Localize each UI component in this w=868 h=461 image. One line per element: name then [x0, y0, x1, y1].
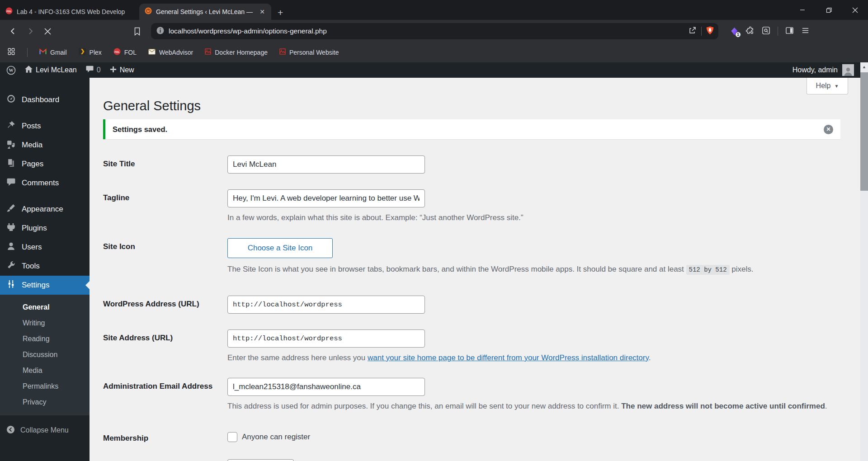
broken-favicon — [279, 48, 286, 56]
adminbar-new[interactable]: New — [110, 66, 134, 75]
submenu-general[interactable]: General — [0, 299, 90, 315]
sidebar-item-settings[interactable]: Settings — [0, 276, 90, 295]
bookmark-docker-homepage[interactable]: Docker Homepage — [205, 48, 268, 56]
sidebar-item-pages[interactable]: Pages — [0, 155, 90, 174]
submenu-permalinks[interactable]: Permalinks — [0, 378, 90, 394]
page-title: General Settings — [103, 98, 860, 114]
bookmark-plex[interactable]: Plex — [79, 48, 102, 57]
window-restore-button[interactable] — [816, 0, 842, 20]
comment-bubble-icon — [86, 66, 94, 75]
webadvisor-icon — [148, 48, 156, 56]
address-bar[interactable]: localhost/wordpress/wp-admin/options-gen… — [151, 23, 718, 39]
user-icon — [6, 241, 16, 253]
wallet-icon[interactable]: 1 — [730, 27, 739, 36]
new-tab-button[interactable]: + — [278, 8, 283, 17]
submenu-privacy[interactable]: Privacy — [0, 394, 90, 410]
tagline-input[interactable] — [227, 189, 425, 207]
help-button[interactable]: Help ▼ — [807, 78, 848, 94]
wp-sidebar-menu: Dashboard Posts Media Pages Comments — [0, 78, 90, 461]
howdy-admin[interactable]: Howdy, admin — [793, 66, 838, 74]
sidebar-item-plugins[interactable]: Plugins — [0, 219, 90, 238]
site-icon-help: The Site Icon is what you see in browser… — [227, 264, 754, 275]
extensions-icon[interactable] — [746, 26, 755, 37]
pushpin-icon — [6, 120, 16, 132]
bookmark-webadvisor[interactable]: WebAdvisor — [148, 48, 193, 56]
svg-text:W: W — [9, 68, 14, 73]
scrollbar-thumb[interactable] — [860, 72, 868, 191]
site-info-icon[interactable] — [156, 27, 164, 36]
bookmark-personal-website[interactable]: Personal Website — [279, 48, 339, 56]
tagline-label: Tagline — [103, 189, 227, 223]
settings-saved-notice: Settings saved. ✕ — [103, 119, 840, 139]
site-address-label: Site Address (URL) — [103, 329, 227, 363]
tab-close-icon[interactable]: ✕ — [259, 8, 266, 15]
tab-lab4[interactable]: FOL Lab 4 - INFO-3163 CMS Web Develop — [0, 4, 132, 20]
site-address-input[interactable] — [227, 329, 425, 348]
sidebar-item-users[interactable]: Users — [0, 238, 90, 257]
scrollbar-up-arrow[interactable]: ▲ — [860, 62, 868, 71]
membership-label: Membership — [103, 430, 227, 461]
collapse-arrow-icon — [6, 425, 15, 436]
wrench-icon — [6, 260, 16, 272]
svg-text:FOL: FOL — [7, 10, 12, 13]
wallet-badge: 1 — [735, 32, 741, 38]
back-icon[interactable] — [6, 24, 20, 38]
sidebar-item-comments[interactable]: Comments — [0, 174, 90, 193]
apps-grid-icon[interactable] — [7, 47, 15, 57]
plex-icon — [79, 48, 86, 57]
submenu-writing[interactable]: Writing — [0, 315, 90, 331]
pages-icon — [6, 158, 16, 170]
collapse-menu-button[interactable]: Collapse Menu — [0, 421, 90, 440]
sidebar-item-posts[interactable]: Posts — [0, 117, 90, 136]
admin-email-label: Administration Email Address — [103, 378, 227, 411]
browser-toolbar: localhost/wordpress/wp-admin/options-gen… — [0, 20, 868, 42]
sidebar-panel-icon[interactable] — [785, 26, 794, 37]
adminbar-site-link[interactable]: Levi McLean — [25, 66, 77, 75]
plug-icon — [6, 222, 16, 234]
admin-email-help: This address is used for admin purposes.… — [227, 401, 827, 411]
tab-title: General Settings ‹ Levi McLean — — [156, 8, 255, 15]
wordpress-address-input[interactable] — [227, 296, 425, 314]
wp-logo-icon[interactable]: W — [6, 66, 16, 75]
active-menu-arrow — [85, 281, 90, 289]
site-address-help: Enter the same address here unless you w… — [227, 353, 651, 363]
wordpress-admin-page: W Levi McLean 0 New Howdy, admin Dashboa… — [0, 62, 860, 461]
stop-reload-icon[interactable] — [41, 24, 54, 38]
url-text[interactable]: localhost/wordpress/wp-admin/options-gen… — [169, 27, 689, 35]
forward-icon[interactable] — [24, 24, 37, 38]
tab-title: Lab 4 - INFO-3163 CMS Web Develop — [17, 8, 127, 15]
default-role-select[interactable] — [227, 459, 294, 461]
size-code: 512 by 512 — [686, 265, 730, 275]
admin-email-input[interactable] — [227, 378, 425, 396]
svg-text:FOL: FOL — [114, 51, 120, 53]
adminbar-comments[interactable]: 0 — [86, 66, 101, 75]
choose-site-icon-button[interactable]: Choose a Site Icon — [227, 238, 333, 258]
site-title-input[interactable] — [227, 155, 425, 174]
bookmark-fol[interactable]: FOL FOL — [113, 48, 137, 57]
page-scrollbar[interactable]: ▲ — [860, 62, 868, 461]
gmail-icon — [39, 48, 47, 56]
share-icon[interactable] — [689, 26, 697, 36]
sidebar-item-tools[interactable]: Tools — [0, 257, 90, 276]
submenu-discussion[interactable]: Discussion — [0, 347, 90, 362]
tab-general-settings[interactable]: General Settings ‹ Levi McLean — ✕ — [139, 4, 271, 20]
bookmark-icon[interactable] — [130, 24, 144, 38]
window-close-button[interactable] — [842, 0, 868, 20]
submenu-media[interactable]: Media — [0, 362, 90, 378]
dismiss-notice-icon[interactable]: ✕ — [824, 125, 833, 134]
sidebar-item-appearance[interactable]: Appearance — [0, 200, 90, 219]
avatar[interactable] — [842, 64, 854, 76]
home-icon — [25, 66, 33, 75]
sidebar-item-media[interactable]: Media — [0, 136, 90, 155]
site-address-help-link[interactable]: want your site home page to be different… — [368, 353, 649, 362]
sidebar-item-dashboard[interactable]: Dashboard — [0, 90, 90, 109]
bookmark-gmail[interactable]: Gmail — [39, 48, 67, 56]
notice-text: Settings saved. — [113, 125, 824, 134]
fol-favicon: FOL — [113, 48, 121, 57]
window-minimize-button[interactable] — [789, 0, 816, 20]
brave-shield-icon[interactable] — [706, 26, 714, 37]
submenu-reading[interactable]: Reading — [0, 331, 90, 347]
search-panel-icon[interactable] — [762, 26, 770, 37]
anyone-can-register-checkbox[interactable] — [227, 432, 237, 442]
menu-icon[interactable] — [801, 26, 810, 37]
